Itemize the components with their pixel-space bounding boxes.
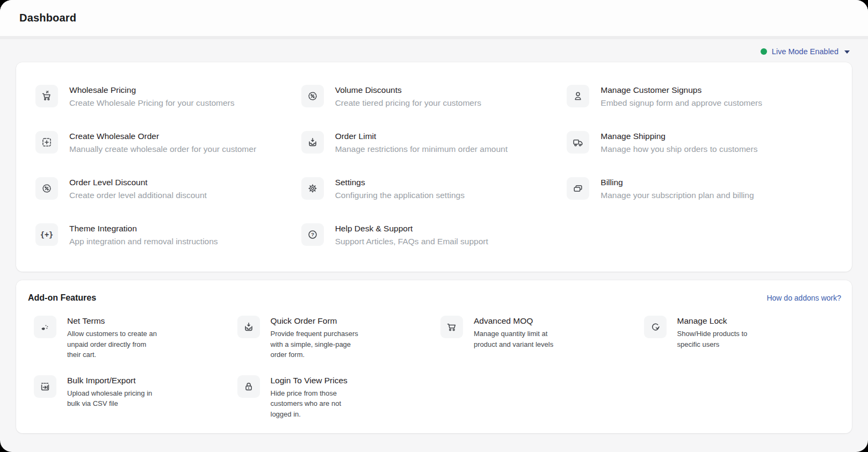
feature-description: Create tiered pricing for your customers: [335, 98, 481, 108]
addons-grid: Net Terms Allow customers to create an u…: [28, 316, 841, 419]
addon-quick-order-form[interactable]: Quick Order Form Provide frequent purcha…: [237, 316, 435, 360]
caret-down-icon: [844, 50, 850, 54]
feature-settings[interactable]: Settings Configuring the application set…: [301, 177, 567, 201]
discount-badge-icon: [301, 85, 324, 107]
features-grid: Wholesale Pricing Create Wholesale Prici…: [35, 85, 833, 247]
addons-title: Add-on Features: [28, 293, 96, 303]
feature-description: Support Articles, FAQs and Email support: [335, 236, 488, 247]
feature-title[interactable]: Billing: [601, 177, 754, 188]
how-addons-work-link[interactable]: How do addons work?: [766, 294, 841, 302]
help-circle-icon: ?: [301, 223, 324, 246]
addon-title[interactable]: Login To View Prices: [271, 375, 363, 386]
top-bar: Dashboard: [0, 0, 868, 39]
gear-icon: [301, 177, 324, 200]
feature-volume-discounts[interactable]: Volume Discounts Create tiered pricing f…: [301, 85, 567, 108]
addon-description: Show/Hide products to specific users: [677, 329, 770, 349]
addon-title[interactable]: Advanced MOQ: [474, 316, 566, 326]
feature-title[interactable]: Theme Integration: [69, 223, 218, 234]
feature-description: Manage how you ship orders to customers: [601, 144, 757, 155]
live-mode-label: Live Mode Enabled: [772, 47, 838, 56]
live-mode-dropdown[interactable]: Live Mode Enabled: [761, 47, 850, 56]
svg-text:?: ?: [311, 231, 314, 237]
feature-title[interactable]: Wholesale Pricing: [69, 85, 235, 96]
addon-manage-lock[interactable]: Manage Lock Show/Hide products to specif…: [644, 316, 842, 360]
feature-manage-shipping[interactable]: Manage Shipping Manage how you ship orde…: [567, 131, 833, 155]
feature-title[interactable]: Settings: [335, 177, 465, 188]
addon-title[interactable]: Manage Lock: [677, 316, 770, 326]
addon-description: Manage quantity limit at product and var…: [474, 329, 566, 349]
addon-description: Hide price from those customers who are …: [271, 388, 363, 420]
addon-net-terms[interactable]: Net Terms Allow customers to create an u…: [34, 316, 232, 360]
feature-order-limit[interactable]: Order Limit Manage restrictions for mini…: [301, 131, 567, 155]
feature-order-level-discount[interactable]: Order Level Discount Create order level …: [35, 177, 301, 201]
addon-advanced-moq[interactable]: Advanced MOQ Manage quantity limit at pr…: [440, 316, 638, 360]
inbox-download-icon: [237, 316, 260, 338]
feature-manage-customer-signups[interactable]: Manage Customer Signups Embed signup for…: [567, 85, 833, 108]
billing-cards-icon: [567, 177, 589, 200]
feature-description: Embed signup form and approve customers: [601, 98, 762, 108]
feature-description: Configuring the application settings: [335, 190, 465, 201]
cart-icon: [440, 316, 463, 338]
feature-title[interactable]: Help Desk & Support: [335, 223, 488, 234]
feature-title[interactable]: Order Level Discount: [69, 177, 207, 188]
addon-title[interactable]: Bulk Import/Export: [67, 375, 160, 386]
feature-title[interactable]: Volume Discounts: [335, 85, 481, 96]
feature-title[interactable]: Create Wholesale Order: [69, 131, 256, 142]
features-card: Wholesale Pricing Create Wholesale Prici…: [16, 62, 852, 272]
feature-title[interactable]: Manage Shipping: [601, 131, 757, 142]
feature-theme-integration[interactable]: {+} Theme Integration App integration an…: [35, 223, 301, 247]
customer-icon: [567, 85, 589, 107]
mode-row: Live Mode Enabled: [0, 39, 868, 62]
add-order-icon: [35, 131, 58, 154]
feature-description: Manage your subscription plan and billin…: [601, 190, 754, 201]
theme-code-glyph: {+}: [40, 230, 53, 239]
feature-title[interactable]: Manage Customer Signups: [601, 85, 762, 96]
padlock-icon: [237, 375, 260, 398]
addon-description: Upload wholesale pricing in bulk via CSV…: [67, 388, 160, 409]
app-window: Dashboard Live Mode Enabled Wholesale Pr…: [0, 0, 868, 452]
page-title: Dashboard: [19, 12, 76, 24]
addons-card: Add-on Features How do addons work? Net …: [16, 280, 852, 433]
addon-bulk-import-export[interactable]: Bulk Import/Export Upload wholesale pric…: [34, 375, 232, 420]
cart-percent-icon: [35, 85, 58, 107]
feature-description: Create Wholesale Pricing for your custom…: [69, 98, 235, 108]
feature-description: Create order level additional discount: [69, 190, 207, 201]
import-export-icon: [34, 375, 56, 398]
addon-title[interactable]: Quick Order Form: [271, 316, 363, 326]
feature-create-wholesale-order[interactable]: Create Wholesale Order Manually create w…: [35, 131, 301, 155]
theme-code-icon: {+}: [35, 223, 58, 246]
discount-badge-icon: [35, 177, 58, 200]
net-terms-icon: [34, 316, 56, 338]
eye-check-icon: [644, 316, 667, 338]
addon-title[interactable]: Net Terms: [67, 316, 160, 326]
addon-login-to-view-prices[interactable]: Login To View Prices Hide price from tho…: [237, 375, 435, 420]
feature-billing[interactable]: Billing Manage your subscription plan an…: [567, 177, 833, 201]
feature-wholesale-pricing[interactable]: Wholesale Pricing Create Wholesale Prici…: [35, 85, 301, 108]
feature-help-desk-support[interactable]: ? Help Desk & Support Support Articles, …: [301, 223, 567, 247]
inbox-download-icon: [301, 131, 324, 154]
addon-description: Allow customers to create an unpaid orde…: [67, 329, 160, 360]
addon-description: Provide frequent purchasers with a simpl…: [271, 329, 363, 360]
addons-header: Add-on Features How do addons work?: [28, 293, 841, 303]
feature-description: Manage restrictions for minimum order am…: [335, 144, 508, 155]
feature-description: Manually create wholesale order for your…: [69, 144, 256, 155]
live-status-dot-icon: [761, 48, 767, 55]
feature-title[interactable]: Order Limit: [335, 131, 508, 142]
feature-description: App integration and removal instructions: [69, 236, 218, 247]
truck-icon: [567, 131, 589, 154]
